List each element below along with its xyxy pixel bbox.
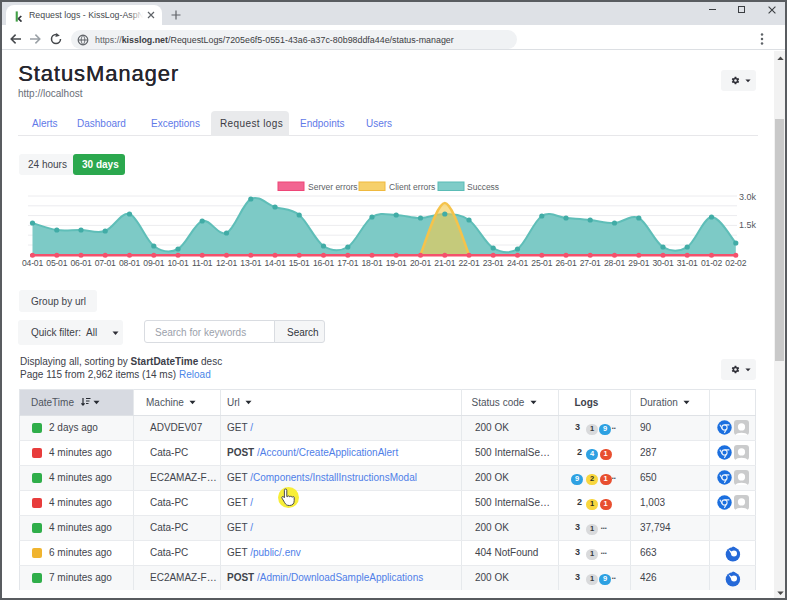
svg-text:22-01: 22-01 (459, 258, 480, 268)
svg-text:30-01: 30-01 (653, 258, 674, 268)
svg-text:16-01: 16-01 (313, 258, 334, 268)
svg-text:02-02: 02-02 (725, 258, 746, 268)
svg-text:20-01: 20-01 (410, 258, 431, 268)
svg-text:27-01: 27-01 (580, 258, 601, 268)
svg-text:25-01: 25-01 (531, 258, 552, 268)
svg-text:11-01: 11-01 (192, 258, 213, 268)
svg-text:19-01: 19-01 (386, 258, 407, 268)
svg-text:23-01: 23-01 (483, 258, 504, 268)
svg-text:07-01: 07-01 (95, 258, 116, 268)
svg-text:18-01: 18-01 (362, 258, 383, 268)
svg-text:31-01: 31-01 (677, 258, 698, 268)
svg-text:26-01: 26-01 (556, 258, 577, 268)
svg-text:06-01: 06-01 (71, 258, 92, 268)
svg-text:09-01: 09-01 (143, 258, 164, 268)
svg-text:10-01: 10-01 (168, 258, 189, 268)
svg-text:08-01: 08-01 (119, 258, 140, 268)
svg-text:29-01: 29-01 (628, 258, 649, 268)
svg-text:05-01: 05-01 (46, 258, 67, 268)
svg-text:Success: Success (467, 182, 499, 192)
svg-text:3.0k: 3.0k (739, 192, 757, 202)
svg-text:28-01: 28-01 (604, 258, 625, 268)
svg-text:15-01: 15-01 (289, 258, 310, 268)
svg-text:14-01: 14-01 (265, 258, 286, 268)
svg-text:Server errors: Server errors (308, 182, 358, 192)
svg-text:04-01: 04-01 (22, 258, 43, 268)
svg-text:17-01: 17-01 (337, 258, 358, 268)
svg-text:1.5k: 1.5k (739, 220, 757, 230)
svg-text:21-01: 21-01 (434, 258, 455, 268)
svg-text:Client errors: Client errors (389, 182, 435, 192)
svg-text:01-02: 01-02 (701, 258, 722, 268)
svg-text:13-01: 13-01 (240, 258, 261, 268)
svg-text:24-01: 24-01 (507, 258, 528, 268)
svg-text:12-01: 12-01 (216, 258, 237, 268)
